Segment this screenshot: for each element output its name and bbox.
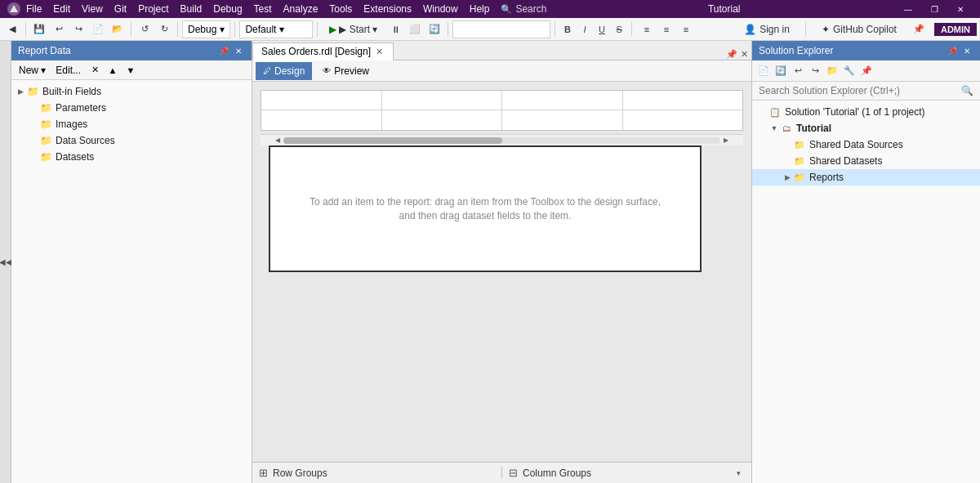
close-button[interactable]: ✕ bbox=[947, 0, 973, 18]
menu-build[interactable]: Build bbox=[176, 2, 207, 16]
redo2-button[interactable]: ↻ bbox=[155, 20, 173, 38]
copilot-button[interactable]: ✦ GitHub Copilot bbox=[815, 22, 903, 37]
panel-control-buttons: 📌 ✕ bbox=[217, 44, 245, 57]
header-cell-2-2 bbox=[382, 110, 503, 130]
sign-in-button[interactable]: 👤 Sign in bbox=[737, 22, 796, 37]
menu-help[interactable]: Help bbox=[465, 2, 495, 16]
delete-item-button[interactable]: ✕ bbox=[87, 62, 103, 78]
menu-view[interactable]: View bbox=[77, 2, 108, 16]
tree-builtin-fields[interactable]: ▶ 📁 Built-in Fields bbox=[11, 83, 252, 100]
scroll-right-button[interactable]: ▶ bbox=[720, 135, 732, 146]
move-down-button[interactable]: ▼ bbox=[122, 62, 139, 78]
tree-images[interactable]: 📁 Images bbox=[11, 116, 252, 132]
se-pin2-button[interactable]: 📌 bbox=[858, 63, 875, 79]
images-folder-icon: 📁 bbox=[39, 119, 52, 129]
redo-button[interactable]: ↪ bbox=[69, 20, 87, 38]
menu-edit[interactable]: Edit bbox=[48, 2, 75, 16]
se-toolbar: 📄 🔄 ↩ ↪ 📁 🔧 📌 bbox=[752, 60, 980, 82]
report-canvas[interactable]: To add an item to the report: drag an it… bbox=[269, 145, 702, 272]
new-project-button[interactable]: 📄 bbox=[89, 20, 107, 38]
menu-debug[interactable]: Debug bbox=[208, 2, 247, 16]
se-undo-button[interactable]: ↩ bbox=[790, 63, 806, 79]
new-item-button[interactable]: New ▾ bbox=[15, 62, 50, 78]
se-search-icon[interactable]: 🔍 bbox=[961, 85, 973, 96]
save-button[interactable]: 💾 bbox=[30, 20, 48, 38]
project-label: Tutorial bbox=[796, 123, 831, 134]
sep2 bbox=[131, 22, 131, 37]
align-left-button[interactable]: ≡ bbox=[638, 20, 656, 38]
undo-button[interactable]: ↩ bbox=[50, 20, 68, 38]
menu-window[interactable]: Window bbox=[418, 2, 463, 16]
horizontal-scrollbar[interactable]: ◀ ▶ bbox=[261, 134, 743, 145]
start-button[interactable]: ▶ ▶ Start ▾ bbox=[322, 20, 385, 38]
se-reports-item[interactable]: ▶ 📁 Reports bbox=[752, 169, 980, 186]
data-sources-label: Data Sources bbox=[56, 135, 115, 146]
open-button[interactable]: 📂 bbox=[109, 20, 127, 38]
window-controls: — ❐ ✕ bbox=[895, 0, 973, 18]
tree-datasets[interactable]: 📁 Datasets bbox=[11, 149, 252, 165]
header-cell-2-4 bbox=[623, 110, 743, 130]
bold-button[interactable]: B bbox=[559, 21, 576, 38]
panel-pin-button[interactable]: 📌 bbox=[217, 44, 230, 57]
pin-tab-button[interactable]: 📌 bbox=[726, 49, 737, 60]
collapse-left-button[interactable]: ◀◀ bbox=[0, 41, 11, 483]
se-refresh-button[interactable]: 🔄 bbox=[773, 63, 789, 79]
se-tutorial-item[interactable]: ▼ 🗂 Tutorial bbox=[752, 120, 980, 136]
strikethrough-button[interactable]: S bbox=[611, 21, 627, 38]
se-search-input[interactable] bbox=[759, 85, 961, 96]
copilot-pin-button[interactable]: 📌 bbox=[910, 20, 928, 38]
design-preview-toolbar: 🖊 Design 👁 Preview bbox=[252, 60, 751, 82]
search-input[interactable] bbox=[458, 24, 545, 35]
pause-button[interactable]: ⏸ bbox=[386, 20, 404, 38]
sales-orders-tab[interactable]: Sales Orders.rdl [Design] ✕ bbox=[252, 42, 394, 60]
column-groups-dropdown[interactable]: ▾ bbox=[732, 467, 745, 480]
undo2-button[interactable]: ↺ bbox=[136, 20, 154, 38]
move-up-button[interactable]: ▲ bbox=[105, 62, 121, 78]
header-cell-2-1 bbox=[261, 110, 382, 130]
se-filter-button[interactable]: 🔧 bbox=[841, 63, 858, 79]
se-folder-button[interactable]: 📁 bbox=[824, 63, 840, 79]
restart-button[interactable]: 🔄 bbox=[425, 20, 443, 38]
se-shared-datasets-item[interactable]: 📁 Shared Datasets bbox=[752, 153, 980, 169]
se-pin-button[interactable]: 📌 bbox=[946, 44, 959, 57]
design-view-tab[interactable]: 🖊 Design bbox=[256, 62, 312, 80]
menu-git[interactable]: Git bbox=[109, 2, 131, 16]
tree-data-sources[interactable]: 📁 Data Sources bbox=[11, 132, 252, 149]
debug-dropdown[interactable]: Debug ▾ bbox=[182, 20, 230, 38]
se-redo-button[interactable]: ↪ bbox=[807, 63, 823, 79]
italic-button[interactable]: I bbox=[577, 21, 593, 38]
menu-test[interactable]: Test bbox=[249, 2, 277, 16]
report-hint-text: To add an item to the report: drag an it… bbox=[301, 195, 669, 223]
stop-button[interactable]: ⬜ bbox=[406, 20, 424, 38]
minimize-button[interactable]: — bbox=[895, 0, 921, 18]
se-close-button[interactable]: ✕ bbox=[960, 44, 973, 57]
preview-view-tab[interactable]: 👁 Preview bbox=[315, 62, 376, 80]
se-properties-button[interactable]: 📄 bbox=[755, 63, 772, 79]
vs-logo-icon bbox=[7, 2, 21, 16]
tab-close-button[interactable]: ✕ bbox=[374, 47, 385, 57]
config-dropdown[interactable]: Default ▾ bbox=[239, 20, 313, 38]
close-tab-button[interactable]: ✕ bbox=[741, 49, 748, 60]
menu-project[interactable]: Project bbox=[133, 2, 173, 16]
underline-button[interactable]: U bbox=[594, 21, 610, 38]
se-shared-datasources-item[interactable]: 📁 Shared Data Sources bbox=[752, 136, 980, 153]
row-groups-label: Row Groups bbox=[273, 467, 327, 479]
tree-parameters[interactable]: 📁 Parameters bbox=[11, 100, 252, 116]
align-center-button[interactable]: ≡ bbox=[657, 20, 675, 38]
menu-tools[interactable]: Tools bbox=[324, 2, 357, 16]
scroll-thumb[interactable] bbox=[283, 137, 502, 144]
scroll-left-button[interactable]: ◀ bbox=[272, 135, 283, 146]
solution-explorer-title: Solution Explorer bbox=[759, 45, 946, 56]
restore-button[interactable]: ❐ bbox=[921, 0, 947, 18]
design-area[interactable]: ◀ ▶ To add an item to the report: drag a… bbox=[252, 82, 751, 462]
se-solution-item[interactable]: 📋 Solution 'Tutorial' (1 of 1 project) bbox=[752, 104, 980, 120]
panel-close-button[interactable]: ✕ bbox=[232, 44, 245, 57]
edit-item-button[interactable]: Edit... bbox=[51, 62, 85, 78]
menu-file[interactable]: File bbox=[21, 2, 47, 16]
menu-analyze[interactable]: Analyze bbox=[278, 2, 323, 16]
title-bar: File Edit View Git Project Build Debug T… bbox=[0, 0, 980, 18]
menu-extensions[interactable]: Extensions bbox=[359, 2, 416, 16]
back-button[interactable]: ◀ bbox=[3, 20, 21, 38]
reports-arrow-icon: ▶ bbox=[782, 173, 793, 181]
align-right-button[interactable]: ≡ bbox=[677, 20, 695, 38]
